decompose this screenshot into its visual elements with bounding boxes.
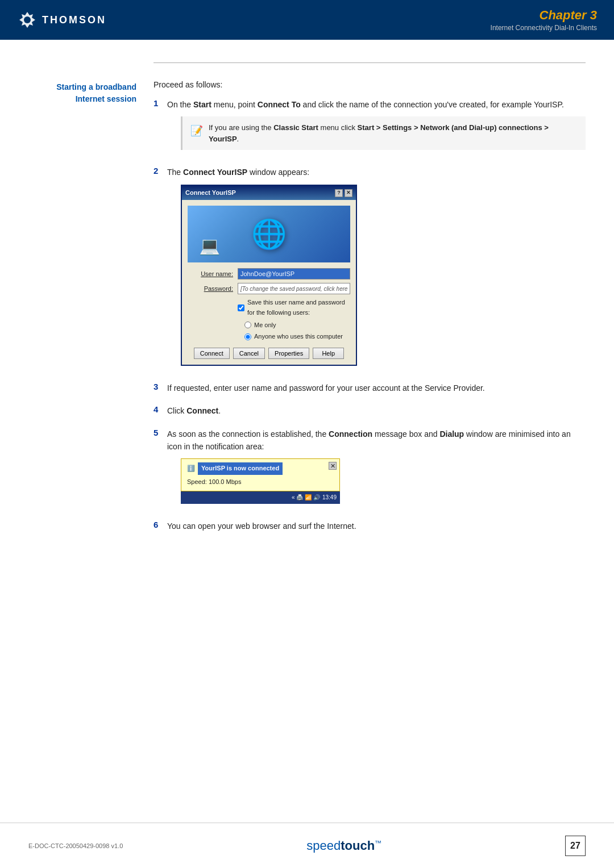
dialog-close-button[interactable]: ✕: [345, 189, 352, 197]
left-column: Starting a broadband Internet session: [28, 80, 154, 542]
step-content-1: On the Start menu, point Connect To and …: [167, 98, 586, 156]
connect-dialog: Connect YourISP ? ✕ 🌐 💻: [181, 185, 357, 366]
step-6: 6 You can open your web browser and surf…: [154, 520, 586, 532]
main-content: Starting a broadband Internet session Pr…: [0, 40, 614, 599]
notification-header: ℹ️ YourISP is now connected: [187, 462, 334, 475]
username-row: User name:: [188, 268, 350, 279]
taskbar-time: 13:49: [322, 493, 337, 502]
svg-point-1: [24, 16, 31, 23]
page-number: 27: [565, 836, 586, 856]
help-button[interactable]: Help: [313, 348, 344, 359]
content-columns: Starting a broadband Internet session Pr…: [28, 80, 586, 542]
step-4: 4 Click Connect.: [154, 404, 586, 417]
note-icon: 📝: [190, 123, 203, 139]
brand-speed: speed: [306, 838, 341, 853]
save-password-checkbox[interactable]: [238, 304, 244, 311]
step-content-5: As soon as the connection is established…: [167, 428, 586, 510]
dialog-body: 🌐 💻 User name: Passwo: [182, 200, 356, 364]
password-input[interactable]: [238, 283, 350, 294]
laptop-icon: 💻: [199, 232, 220, 260]
radio-anyone[interactable]: [244, 333, 251, 340]
save-checkbox-row: Save this user name and password for the…: [238, 298, 350, 318]
header-logo: THOMSON: [42, 14, 106, 26]
chapter-label: Chapter 3: [540, 8, 597, 23]
brand-touch: touch: [341, 838, 375, 853]
step-number-1: 1: [154, 98, 167, 108]
dialog-help-button[interactable]: ?: [335, 189, 343, 197]
step-content-4: Click Connect.: [167, 404, 586, 417]
step-number-3: 3: [154, 382, 167, 391]
notification-wrapper: ✕ ℹ️ YourISP is now connected Speed: 100…: [181, 458, 586, 503]
dialog-buttons: Connect Cancel Properties Help: [188, 348, 350, 359]
note-text: If you are using the Classic Start menu …: [209, 122, 578, 144]
radio-anyone-label: Anyone who uses this computer: [254, 332, 343, 342]
page-footer: E-DOC-CTC-20050429-0098 v1.0 speedtouch™…: [0, 823, 614, 868]
dialog-title-bar: Connect YourISP ? ✕: [182, 186, 356, 201]
password-label: Password:: [188, 284, 233, 294]
username-input[interactable]: [238, 268, 350, 279]
notification-close-button[interactable]: ✕: [329, 462, 337, 470]
brand-tm: ™: [375, 838, 381, 846]
globe-icon: 🌐: [251, 211, 287, 257]
username-label: User name:: [188, 269, 233, 279]
footer-doc-ref: E-DOC-CTC-20050429-0098 v1.0: [28, 842, 123, 849]
right-column: Proceed as follows: 1 On the Start menu,…: [154, 80, 586, 542]
radio-anyone-row: Anyone who uses this computer: [244, 332, 350, 342]
notification-icon: ℹ️: [187, 464, 195, 474]
page-header: THOMSON Chapter 3 Internet Connectivity …: [0, 0, 614, 40]
header-chapter: Chapter 3 Internet Connectivity Dial-In …: [491, 0, 597, 40]
password-row: Password:: [188, 283, 350, 294]
radio-me-row: Me only: [244, 320, 350, 331]
step-number-5: 5: [154, 428, 167, 437]
step-5: 5 As soon as the connection is establish…: [154, 428, 586, 510]
note-box: 📝 If you are using the Classic Start men…: [181, 116, 586, 150]
connect-button[interactable]: Connect: [194, 348, 230, 359]
notification-title: YourISP is now connected: [198, 462, 283, 475]
step-content-3: If requested, enter user name and passwo…: [167, 382, 586, 394]
dialog-controls: ? ✕: [335, 189, 352, 197]
cancel-button[interactable]: Cancel: [233, 348, 265, 359]
dialog-title: Connect YourISP: [185, 188, 236, 198]
step-3: 3 If requested, enter user name and pass…: [154, 382, 586, 394]
step-number-6: 6: [154, 520, 167, 529]
properties-button[interactable]: Properties: [268, 348, 309, 359]
save-password-label: Save this user name and password for the…: [247, 298, 350, 318]
proceed-text: Proceed as follows:: [154, 80, 586, 89]
step-number-4: 4: [154, 404, 167, 414]
top-divider: [154, 62, 586, 63]
taskbar-area: « 🖨️ 📶 🔊 13:49: [181, 491, 340, 504]
dialog-image: 🌐 💻: [188, 206, 350, 262]
thomson-logo-icon: [17, 10, 38, 30]
taskbar-icons: « 🖨️ 📶 🔊: [292, 493, 320, 502]
chapter-subtitle: Internet Connectivity Dial-In Clients: [491, 24, 597, 32]
section-title: Starting a broadband Internet session: [28, 81, 136, 105]
radio-me[interactable]: [244, 322, 251, 328]
step-1: 1 On the Start menu, point Connect To an…: [154, 98, 586, 156]
footer-brand: speedtouch™: [306, 838, 381, 853]
step-content-6: You can open your web browser and surf t…: [167, 520, 586, 532]
notification-box: ✕ ℹ️ YourISP is now connected Speed: 100…: [181, 458, 340, 491]
step-content-2: The Connect YourISP window appears: Conn…: [167, 166, 586, 371]
step-number-2: 2: [154, 166, 167, 176]
step-2: 2 The Connect YourISP window appears: Co…: [154, 166, 586, 371]
radio-me-label: Me only: [254, 320, 276, 331]
dialog-wrapper: Connect YourISP ? ✕ 🌐 💻: [181, 185, 586, 366]
notification-speed: Speed: 100.0 Mbps: [187, 477, 334, 487]
